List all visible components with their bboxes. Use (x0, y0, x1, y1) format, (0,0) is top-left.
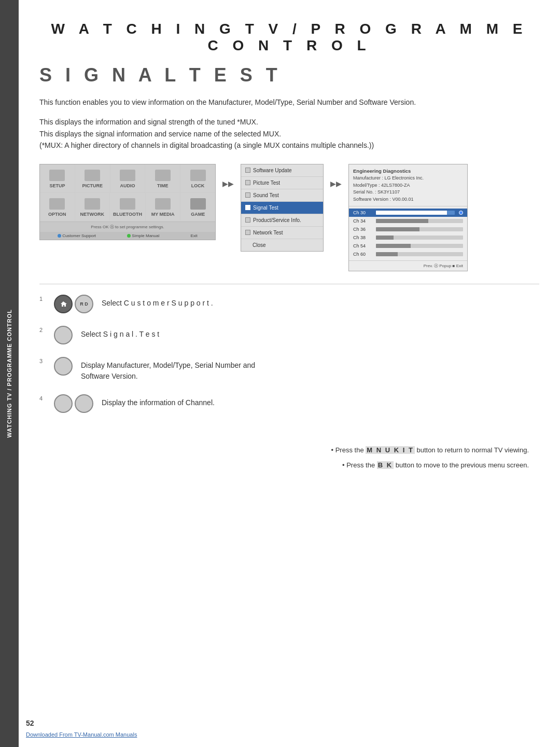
tv-submenu: Software Update Picture Test Sound Test … (241, 164, 324, 252)
step-number-1: 1 (39, 296, 46, 302)
bottom-area: 52 Downloaded From TV-Manual.com Manuals (26, 719, 137, 739)
menu-time[interactable]: TIME (145, 164, 180, 192)
page-header: W A T C H I N G T V / P R O G R A M M E … (39, 16, 539, 54)
step-1-buttons: R D (54, 295, 93, 313)
channel-list: Ch 30 Ch 34 Ch 36 Ch 38 Ch 54 (349, 206, 467, 260)
submenu-icon-network (245, 230, 250, 235)
step-3: 3 Display Manufacturer, Model/Type, Seri… (39, 357, 539, 382)
step-number-2: 2 (39, 327, 46, 333)
menu-option[interactable]: OPTION (40, 193, 75, 221)
step-3-buttons (54, 357, 73, 376)
section-divider (39, 284, 539, 284)
step-2-text: Select S i g n a l . T e s t (81, 326, 159, 340)
sidebar: WATCHING TV / PROGRAMME CONTROL (0, 0, 19, 747)
tv-menu-panel: SETUP PICTURE AUDIO TIME LOCK (39, 164, 216, 240)
page-number: 52 (26, 719, 137, 727)
channel-row: Ch 54 (349, 242, 467, 250)
submenu-icon-picture (245, 180, 250, 185)
channel-dot (459, 211, 463, 215)
submenu-icon-sound (245, 192, 250, 198)
step-4-text: Display the information of Channel. (102, 394, 215, 408)
footer-bullet-1: • Press the M N U K I T button to return… (39, 444, 529, 456)
section-title: S I G N A L T E S T (39, 64, 539, 86)
diagnostics-footer: Prev. Ⓐ Popup ■ Exit (349, 260, 467, 271)
footer-bullet-2: • Press the B K button to move to the pr… (39, 459, 529, 471)
tv-menu-nav: Customer Support Simple Manual Exit (40, 232, 215, 240)
ok-button-step4a[interactable] (54, 394, 73, 413)
step-1-text: Select C u s t o m e r S u p p o r t . (102, 295, 213, 309)
channel-row: Ch 30 (349, 209, 467, 217)
menu-mymedia[interactable]: MY MEDIA (146, 193, 181, 221)
ok-button-step2[interactable] (54, 326, 73, 344)
tv-menu-footer: Press OK Ⓐ to set programme settings. (40, 222, 215, 232)
submenu-icon-signal: ✓ (245, 205, 250, 210)
steps-section: 1 R D Select C u s t o m e r S u p p o r… (39, 295, 539, 413)
submenu-icon-software (245, 168, 250, 173)
step-4: 4 Display the information of Channel. (39, 394, 539, 413)
tv-screenshot-area: SETUP PICTURE AUDIO TIME LOCK (39, 164, 539, 272)
nav-arrows: ▶▶ (222, 164, 234, 188)
submenu-signal-test[interactable]: ✓ Signal Test (241, 202, 323, 214)
rd-button[interactable]: R D (75, 295, 93, 313)
tv-diagnostics-panel: Engineering Diagnostics Manufacturer : L… (348, 164, 468, 272)
home-button[interactable] (54, 295, 73, 313)
submenu-icon-product (245, 217, 250, 223)
menu-setup[interactable]: SETUP (40, 164, 75, 192)
submenu-network-test[interactable]: Network Test (241, 227, 323, 239)
tv-menu-row-2: OPTION NETWORK BLUETOOTH MY MEDIA GAME (40, 193, 215, 222)
submenu-picture-test[interactable]: Picture Test (241, 177, 323, 189)
step-1: 1 R D Select C u s t o m e r S u p p o r… (39, 295, 539, 313)
step-2: 2 Select S i g n a l . T e s t (39, 326, 539, 344)
step-2-buttons (54, 326, 73, 344)
submenu-close[interactable]: Close (241, 239, 323, 251)
nav-arrows-2: ▶▶ (330, 164, 342, 188)
step-number-3: 3 (39, 358, 46, 364)
menu-lock[interactable]: LOCK (180, 164, 215, 192)
tv-menu-row-1: SETUP PICTURE AUDIO TIME LOCK (40, 164, 215, 193)
step-3-text: Display Manufacturer, Model/Type, Serial… (81, 357, 255, 382)
menu-network[interactable]: NETWORK (75, 193, 110, 221)
description-2: This displays the information and signal… (39, 116, 539, 151)
ok-button-step4b[interactable] (75, 394, 93, 413)
diagnostics-header: Engineering Diagnostics Manufacturer : L… (349, 164, 467, 207)
channel-row: Ch 34 (349, 217, 467, 225)
submenu-software-update[interactable]: Software Update (241, 164, 323, 177)
page-link[interactable]: Downloaded From TV-Manual.com Manuals (26, 731, 137, 738)
step-number-4: 4 (39, 395, 46, 402)
channel-row: Ch 36 (349, 225, 467, 233)
sidebar-text: WATCHING TV / PROGRAMME CONTROL (6, 309, 12, 438)
channel-row: Ch 38 (349, 233, 467, 242)
menu-bluetooth[interactable]: BLUETOOTH (110, 193, 146, 221)
submenu-sound-test[interactable]: Sound Test (241, 189, 323, 202)
description-1: This function enables you to view inform… (39, 96, 539, 108)
menu-picture[interactable]: PICTURE (75, 164, 110, 192)
channel-row: Ch 60 (349, 250, 467, 258)
ok-button-step3[interactable] (54, 357, 73, 376)
menu-audio[interactable]: AUDIO (110, 164, 146, 192)
submenu-product-info[interactable]: Product/Service Info. (241, 214, 323, 227)
step-4-buttons (54, 394, 93, 413)
footer-bullets: • Press the M N U K I T button to return… (39, 444, 539, 472)
menu-game[interactable]: GAME (180, 193, 215, 221)
